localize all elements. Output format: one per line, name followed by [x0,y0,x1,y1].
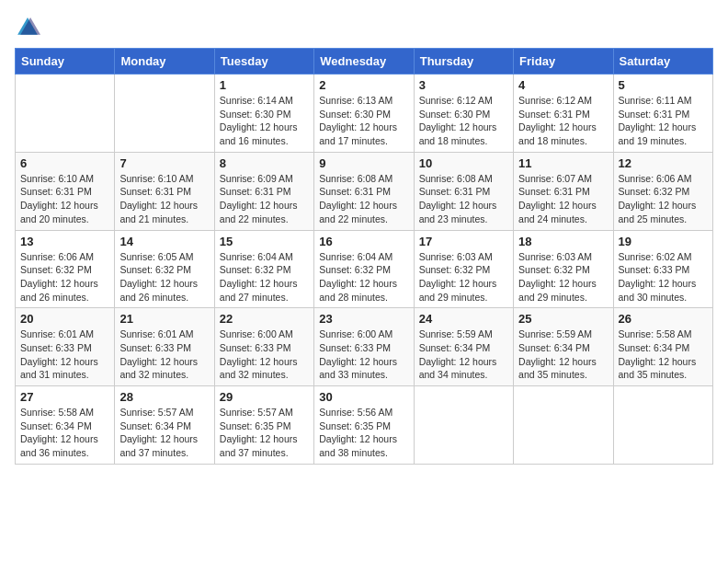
week-row-4: 20Sunrise: 6:01 AM Sunset: 6:33 PM Dayli… [16,308,713,386]
day-info: Sunrise: 6:00 AM Sunset: 6:33 PM Dayligh… [220,327,309,382]
day-number: 6 [20,156,109,170]
day-info: Sunrise: 6:11 AM Sunset: 6:31 PM Dayligh… [619,94,708,148]
day-info: Sunrise: 6:14 AM Sunset: 6:30 PM Dayligh… [220,94,309,148]
day-header-thursday: Thursday [414,49,513,75]
day-header-saturday: Saturday [613,49,712,75]
calendar-cell: 16Sunrise: 6:04 AM Sunset: 6:32 PM Dayli… [314,230,414,308]
calendar: SundayMondayTuesdayWednesdayThursdayFrid… [15,48,713,465]
day-number: 12 [619,156,708,170]
day-number: 10 [419,156,508,170]
calendar-cell: 27Sunrise: 5:58 AM Sunset: 6:34 PM Dayli… [16,386,115,465]
calendar-header-row: SundayMondayTuesdayWednesdayThursdayFrid… [16,49,713,75]
day-number: 16 [319,235,408,248]
day-number: 3 [419,78,508,92]
calendar-cell: 25Sunrise: 5:59 AM Sunset: 6:34 PM Dayli… [514,308,613,386]
day-info: Sunrise: 6:09 AM Sunset: 6:31 PM Dayligh… [220,172,309,226]
day-number: 21 [119,312,209,326]
day-info: Sunrise: 6:01 AM Sunset: 6:33 PM Dayligh… [119,327,209,382]
calendar-cell: 1Sunrise: 6:14 AM Sunset: 6:30 PM Daylig… [214,75,313,153]
calendar-cell: 9Sunrise: 6:08 AM Sunset: 6:31 PM Daylig… [314,152,414,230]
calendar-body: 1Sunrise: 6:14 AM Sunset: 6:30 PM Daylig… [16,75,713,465]
day-info: Sunrise: 6:13 AM Sunset: 6:30 PM Dayligh… [319,94,408,148]
day-number: 26 [619,312,708,326]
day-info: Sunrise: 6:10 AM Sunset: 6:31 PM Dayligh… [119,172,209,226]
day-number: 24 [419,312,508,326]
calendar-cell: 3Sunrise: 6:12 AM Sunset: 6:30 PM Daylig… [414,75,513,153]
day-info: Sunrise: 6:12 AM Sunset: 6:31 PM Dayligh… [518,94,608,148]
day-number: 11 [518,156,608,170]
day-info: Sunrise: 6:12 AM Sunset: 6:30 PM Dayligh… [419,94,508,148]
day-info: Sunrise: 5:59 AM Sunset: 6:34 PM Dayligh… [518,327,608,382]
calendar-cell: 18Sunrise: 6:03 AM Sunset: 6:32 PM Dayli… [514,230,613,308]
day-number: 25 [518,312,608,326]
day-info: Sunrise: 6:08 AM Sunset: 6:31 PM Dayligh… [419,172,508,226]
calendar-cell: 11Sunrise: 6:07 AM Sunset: 6:31 PM Dayli… [514,152,613,230]
calendar-cell [514,386,613,465]
day-number: 9 [319,156,408,170]
day-info: Sunrise: 5:56 AM Sunset: 6:35 PM Dayligh… [319,406,408,460]
calendar-cell: 30Sunrise: 5:56 AM Sunset: 6:35 PM Dayli… [314,386,414,465]
day-number: 14 [119,235,209,248]
calendar-cell: 26Sunrise: 5:58 AM Sunset: 6:34 PM Dayli… [613,308,712,386]
calendar-cell: 10Sunrise: 6:08 AM Sunset: 6:31 PM Dayli… [414,152,513,230]
day-number: 18 [518,235,608,248]
day-info: Sunrise: 6:04 AM Sunset: 6:32 PM Dayligh… [319,250,408,304]
day-header-wednesday: Wednesday [314,49,414,75]
day-info: Sunrise: 6:06 AM Sunset: 6:32 PM Dayligh… [619,172,708,226]
day-info: Sunrise: 6:01 AM Sunset: 6:33 PM Dayligh… [20,327,109,382]
day-number: 19 [619,235,708,248]
day-number: 30 [319,390,408,404]
calendar-cell: 5Sunrise: 6:11 AM Sunset: 6:31 PM Daylig… [613,75,712,153]
week-row-5: 27Sunrise: 5:58 AM Sunset: 6:34 PM Dayli… [16,386,713,465]
day-number: 22 [220,312,309,326]
calendar-cell: 7Sunrise: 6:10 AM Sunset: 6:31 PM Daylig… [115,152,214,230]
day-header-monday: Monday [115,49,214,75]
calendar-cell: 6Sunrise: 6:10 AM Sunset: 6:31 PM Daylig… [16,152,115,230]
day-header-sunday: Sunday [16,49,115,75]
day-number: 23 [319,312,408,326]
logo-icon [15,15,40,40]
day-info: Sunrise: 6:02 AM Sunset: 6:33 PM Dayligh… [619,250,708,304]
day-number: 20 [20,312,109,326]
calendar-cell: 22Sunrise: 6:00 AM Sunset: 6:33 PM Dayli… [214,308,313,386]
calendar-cell: 15Sunrise: 6:04 AM Sunset: 6:32 PM Dayli… [214,230,313,308]
day-info: Sunrise: 6:04 AM Sunset: 6:32 PM Dayligh… [220,250,309,304]
calendar-cell: 14Sunrise: 6:05 AM Sunset: 6:32 PM Dayli… [115,230,214,308]
week-row-3: 13Sunrise: 6:06 AM Sunset: 6:32 PM Dayli… [16,230,713,308]
week-row-2: 6Sunrise: 6:10 AM Sunset: 6:31 PM Daylig… [16,152,713,230]
calendar-cell: 4Sunrise: 6:12 AM Sunset: 6:31 PM Daylig… [514,75,613,153]
day-info: Sunrise: 5:57 AM Sunset: 6:35 PM Dayligh… [220,406,309,460]
day-info: Sunrise: 5:59 AM Sunset: 6:34 PM Dayligh… [419,327,508,382]
day-header-friday: Friday [514,49,613,75]
week-row-1: 1Sunrise: 6:14 AM Sunset: 6:30 PM Daylig… [16,75,713,153]
day-number: 29 [220,390,309,404]
calendar-cell: 20Sunrise: 6:01 AM Sunset: 6:33 PM Dayli… [16,308,115,386]
day-number: 15 [220,235,309,248]
day-info: Sunrise: 6:03 AM Sunset: 6:32 PM Dayligh… [419,250,508,304]
day-info: Sunrise: 6:03 AM Sunset: 6:32 PM Dayligh… [518,250,608,304]
day-info: Sunrise: 6:10 AM Sunset: 6:31 PM Dayligh… [20,172,109,226]
day-number: 2 [319,78,408,92]
calendar-cell: 2Sunrise: 6:13 AM Sunset: 6:30 PM Daylig… [314,75,414,153]
day-number: 7 [119,156,209,170]
calendar-cell: 23Sunrise: 6:00 AM Sunset: 6:33 PM Dayli… [314,308,414,386]
calendar-cell: 13Sunrise: 6:06 AM Sunset: 6:32 PM Dayli… [16,230,115,308]
day-info: Sunrise: 6:05 AM Sunset: 6:32 PM Dayligh… [119,250,209,304]
calendar-cell: 24Sunrise: 5:59 AM Sunset: 6:34 PM Dayli… [414,308,513,386]
calendar-cell: 17Sunrise: 6:03 AM Sunset: 6:32 PM Dayli… [414,230,513,308]
calendar-cell: 29Sunrise: 5:57 AM Sunset: 6:35 PM Dayli… [214,386,313,465]
day-number: 27 [20,390,109,404]
day-number: 5 [619,78,708,92]
calendar-cell: 12Sunrise: 6:06 AM Sunset: 6:32 PM Dayli… [613,152,712,230]
day-info: Sunrise: 6:07 AM Sunset: 6:31 PM Dayligh… [518,172,608,226]
day-info: Sunrise: 5:58 AM Sunset: 6:34 PM Dayligh… [619,327,708,382]
day-header-tuesday: Tuesday [214,49,313,75]
calendar-cell: 8Sunrise: 6:09 AM Sunset: 6:31 PM Daylig… [214,152,313,230]
day-info: Sunrise: 6:06 AM Sunset: 6:32 PM Dayligh… [20,250,109,304]
calendar-cell [115,75,214,153]
calendar-cell: 21Sunrise: 6:01 AM Sunset: 6:33 PM Dayli… [115,308,214,386]
day-number: 1 [220,78,309,92]
calendar-cell: 19Sunrise: 6:02 AM Sunset: 6:33 PM Dayli… [613,230,712,308]
day-number: 28 [119,390,209,404]
day-number: 17 [419,235,508,248]
